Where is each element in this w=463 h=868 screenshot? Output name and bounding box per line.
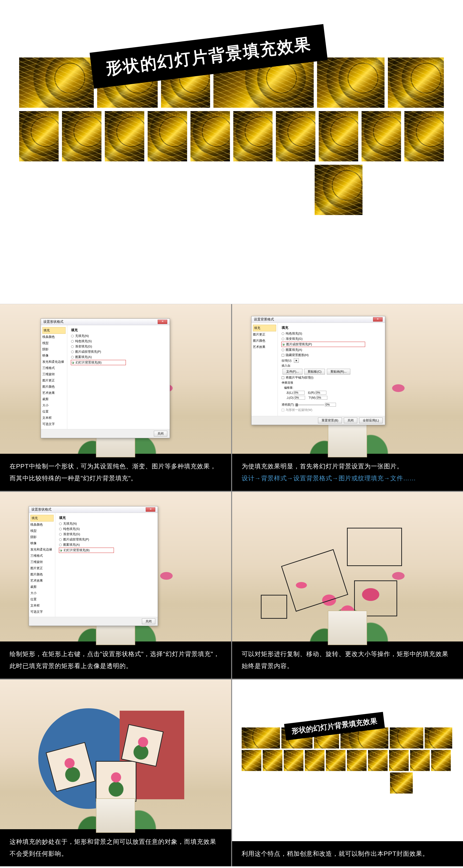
sidebar-item[interactable]: 可选文字 bbox=[30, 609, 54, 615]
sidebar-item[interactable]: 线型 bbox=[42, 340, 66, 346]
sidebar-item-fill[interactable]: 填充 bbox=[253, 325, 276, 331]
sidebar-item[interactable]: 图片更正 bbox=[42, 377, 66, 383]
checkbox-tile[interactable]: 将图片平铺为纹理(I) bbox=[282, 375, 365, 380]
close-button[interactable]: 关闭 bbox=[154, 431, 167, 436]
sidebar-item[interactable]: 大小 bbox=[30, 590, 54, 596]
sidebar-item[interactable]: 映像 bbox=[42, 352, 66, 359]
panel-6: 形状的幻灯片背景填充效果 利用这个特点，稍加创意和改造，就可以制作出本PPT封面… bbox=[232, 680, 463, 866]
caption-2: 为使填充效果明显，首先将幻灯片背景设置为一张图片。 设计→背景样式→设置背景格式… bbox=[232, 454, 463, 491]
sidebar-item[interactable]: 图片更正 bbox=[253, 331, 276, 338]
sidebar-item[interactable]: 文本框 bbox=[42, 415, 66, 421]
sidebar-item[interactable]: 阴影 bbox=[42, 346, 66, 352]
sidebar-item[interactable]: 可选文字 bbox=[42, 421, 66, 427]
close-icon[interactable]: ✕ bbox=[373, 317, 383, 321]
tile bbox=[242, 727, 280, 748]
tile bbox=[105, 111, 144, 161]
sidebar-item[interactable]: 位置 bbox=[42, 408, 66, 415]
dialog-content: 填充 无填充(N) 纯色填充(S) 渐变填充(G) 图片或纹理填充(P) 图案填… bbox=[55, 513, 118, 617]
dialog-sidebar: 填充 线条颜色 线型 阴影 映像 发光和柔化边缘 三维格式 三维旋转 图片更正 … bbox=[41, 325, 67, 429]
sidebar-item[interactable]: 图片颜色 bbox=[30, 571, 54, 578]
panel-2: 设置背景格式 ✕ 填充 图片更正 图片颜色 艺术效果 填充 纯色填充(S) 渐变… bbox=[232, 304, 463, 491]
file-button[interactable]: 文件(F)... bbox=[283, 369, 302, 374]
radio-picture[interactable]: 图片或纹理填充(P) bbox=[71, 350, 126, 354]
radio-slide-bg[interactable]: 幻灯片背景填充(B) bbox=[59, 548, 114, 553]
sidebar-item[interactable]: 艺术效果 bbox=[42, 390, 66, 396]
transparency-value[interactable]: 0% bbox=[325, 403, 336, 407]
demo-rect-tiny bbox=[261, 595, 287, 619]
dialog-sidebar: 填充 图片更正 图片颜色 艺术效果 bbox=[252, 323, 278, 416]
bg-filled-rect bbox=[121, 724, 164, 767]
radio-solid[interactable]: 纯色填充(S) bbox=[282, 331, 365, 336]
sidebar-item[interactable]: 三维格式 bbox=[30, 553, 54, 559]
sidebar-item[interactable]: 裁剪 bbox=[30, 584, 54, 590]
radio-picture[interactable]: 图片或纹理填充(P) bbox=[59, 537, 114, 541]
tile bbox=[276, 111, 316, 161]
tile bbox=[389, 750, 409, 771]
radio-gradient[interactable]: 渐变填充(G) bbox=[71, 344, 126, 349]
sidebar-item-fill[interactable]: 填充 bbox=[42, 327, 66, 334]
radio-solid[interactable]: 纯色填充(S) bbox=[59, 527, 114, 531]
sidebar-item[interactable]: 位置 bbox=[30, 596, 54, 602]
mini-hero: 形状的幻灯片背景填充效果 bbox=[232, 680, 463, 866]
radio-no-fill[interactable]: 无填充(N) bbox=[71, 334, 126, 338]
sidebar-item[interactable]: 发光和柔化边缘 bbox=[30, 547, 54, 553]
sidebar-item[interactable]: 线条颜色 bbox=[42, 334, 66, 340]
offset-left[interactable]: 0% bbox=[294, 391, 305, 395]
tile bbox=[410, 750, 430, 771]
transparency-slider[interactable] bbox=[296, 404, 324, 405]
radio-pattern[interactable]: 图案填充(A) bbox=[282, 348, 365, 352]
tile bbox=[305, 750, 325, 771]
offset-right[interactable]: 0% bbox=[316, 391, 326, 395]
radio-no-fill[interactable]: 无填充(N) bbox=[59, 522, 114, 526]
sidebar-item[interactable]: 三维旋转 bbox=[30, 559, 54, 565]
sidebar-item[interactable]: 艺术效果 bbox=[30, 578, 54, 584]
close-icon[interactable]: ✕ bbox=[146, 507, 155, 512]
sidebar-item[interactable]: 裁剪 bbox=[42, 396, 66, 402]
close-button[interactable]: 关闭 bbox=[344, 417, 357, 423]
panel-1: 设置形状格式 ✕ 填充 线条颜色 线型 阴影 映像 发光和柔化边缘 三维格式 三… bbox=[0, 304, 231, 491]
radio-pattern[interactable]: 图案填充(A) bbox=[59, 542, 114, 547]
radio-solid[interactable]: 纯色填充(S) bbox=[71, 339, 126, 343]
clipboard-button[interactable]: 剪贴板(C) bbox=[304, 369, 325, 374]
checkbox-rotate: 与形状一起旋转(W) bbox=[282, 408, 365, 412]
sidebar-item[interactable]: 三维格式 bbox=[42, 365, 66, 371]
radio-gradient[interactable]: 渐变填充(G) bbox=[59, 532, 114, 536]
demo-rect-small bbox=[354, 581, 397, 616]
dialog-content: 填充 纯色填充(S) 渐变填充(G) 图片或纹理填充(P) 图案填充(A) 隐藏… bbox=[278, 323, 369, 416]
offset-top[interactable]: 0% bbox=[294, 396, 305, 400]
panel-3: 设置形状格式 ✕ 填充 线条颜色 线型 阴影 映像 发光和柔化边缘 三维格式 三… bbox=[0, 492, 231, 679]
close-icon[interactable]: ✕ bbox=[158, 320, 167, 324]
sidebar-item[interactable]: 图片更正 bbox=[30, 565, 54, 571]
sidebar-item[interactable]: 阴影 bbox=[30, 534, 54, 540]
transparency-label: 透明度(T): bbox=[282, 403, 295, 406]
tutorial-panels: 设置形状格式 ✕ 填充 线条颜色 线型 阴影 映像 发光和柔化边缘 三维格式 三… bbox=[0, 304, 463, 866]
close-button[interactable]: 关闭 bbox=[142, 619, 155, 624]
radio-gradient[interactable]: 渐变填充(G) bbox=[282, 337, 365, 341]
sidebar-item[interactable]: 图片颜色 bbox=[253, 338, 276, 344]
radio-pattern[interactable]: 图案填充(A) bbox=[71, 355, 126, 359]
sidebar-item-fill[interactable]: 填充 bbox=[30, 515, 54, 522]
texture-label: 纹理(U): bbox=[282, 359, 292, 362]
tile bbox=[242, 750, 261, 771]
sidebar-item[interactable]: 艺术效果 bbox=[253, 344, 276, 350]
sidebar-item[interactable]: 文本框 bbox=[30, 602, 54, 609]
clipart-button[interactable]: 剪贴画(R)... bbox=[327, 369, 350, 374]
sidebar-item[interactable]: 大小 bbox=[42, 402, 66, 408]
radio-slide-bg[interactable]: 幻灯片背景填充(B) bbox=[71, 360, 126, 365]
dialog-title-text: 设置形状格式 bbox=[43, 320, 63, 324]
sidebar-item[interactable]: 线型 bbox=[30, 528, 54, 534]
sidebar-item[interactable]: 图片颜色 bbox=[42, 383, 66, 390]
sidebar-item[interactable]: 三维旋转 bbox=[42, 371, 66, 377]
radio-picture[interactable]: 图片或纹理填充(P) bbox=[282, 342, 365, 347]
tile bbox=[404, 111, 444, 161]
checkbox-hide-bg[interactable]: 隐藏背景图形(H) bbox=[282, 353, 365, 357]
sidebar-item[interactable]: 线条颜色 bbox=[30, 522, 54, 528]
reset-bg-button[interactable]: 重置背景(B) bbox=[318, 417, 342, 423]
sidebar-item[interactable]: 发光和柔化边缘 bbox=[42, 359, 66, 365]
caption-line: 为使填充效果明显，首先将幻灯片背景设置为一张图片。 bbox=[242, 461, 454, 472]
apply-all-button[interactable]: 全部应用(L) bbox=[359, 417, 383, 423]
texture-picker[interactable]: ▾ bbox=[294, 358, 299, 363]
hero-slide: 形状的幻灯片背景填充效果 bbox=[0, 0, 463, 304]
sidebar-item[interactable]: 映像 bbox=[30, 540, 54, 547]
offset-bottom[interactable]: 0% bbox=[316, 396, 327, 400]
